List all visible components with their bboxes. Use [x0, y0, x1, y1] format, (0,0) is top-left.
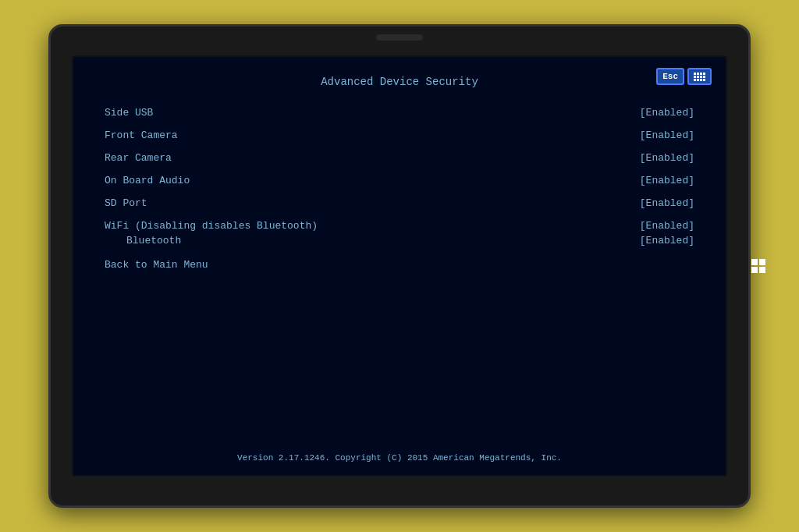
- item-value: [Enabled]: [640, 197, 694, 209]
- menu-table: Side USB [Enabled] Front Camera [Enabled…: [97, 107, 702, 271]
- keyboard-icon: [694, 73, 705, 81]
- bluetooth-value: [Enabled]: [640, 235, 694, 246]
- tablet: Esc Advanced Device Security Side USB [E…: [48, 24, 751, 508]
- back-label: Back to Main Menu: [105, 259, 208, 271]
- item-value: [Enabled]: [640, 129, 694, 141]
- esc-button[interactable]: Esc: [656, 68, 684, 85]
- list-item[interactable]: Rear Camera [Enabled]: [105, 152, 694, 164]
- bios-screen: Esc Advanced Device Security Side USB [E…: [73, 57, 726, 475]
- item-value: [Enabled]: [640, 152, 694, 164]
- list-item[interactable]: Front Camera [Enabled]: [105, 129, 694, 141]
- keyboard-button[interactable]: [687, 68, 712, 85]
- item-label: Front Camera: [105, 129, 178, 141]
- item-label: Side USB: [105, 107, 153, 119]
- bluetooth-label: Bluetooth: [105, 235, 640, 246]
- item-label: On Board Audio: [105, 175, 190, 186]
- list-item[interactable]: Side USB [Enabled]: [105, 107, 694, 119]
- item-value: [Enabled]: [640, 107, 694, 119]
- item-label: WiFi (Disabling disables Bluetooth): [105, 220, 318, 232]
- bluetooth-row[interactable]: Bluetooth [Enabled]: [105, 235, 694, 246]
- footer-text: Version 2.17.1246. Copyright (C) 2015 Am…: [73, 453, 726, 463]
- page-title: Advanced Device Security: [97, 76, 702, 88]
- list-item[interactable]: On Board Audio [Enabled]: [105, 175, 694, 186]
- tablet-screen: Esc Advanced Device Security Side USB [E…: [72, 55, 727, 477]
- item-value: [Enabled]: [640, 175, 694, 186]
- windows-logo: [751, 259, 765, 273]
- list-item[interactable]: WiFi (Disabling disables Bluetooth) [Ena…: [105, 220, 694, 232]
- item-label: SD Port: [105, 197, 147, 209]
- back-to-main-menu[interactable]: Back to Main Menu: [105, 259, 694, 271]
- list-item[interactable]: SD Port [Enabled]: [105, 197, 694, 209]
- item-value: [Enabled]: [640, 220, 694, 232]
- item-label: Rear Camera: [105, 152, 172, 164]
- tablet-camera: [376, 34, 423, 41]
- esc-keyboard-buttons: Esc: [656, 68, 712, 85]
